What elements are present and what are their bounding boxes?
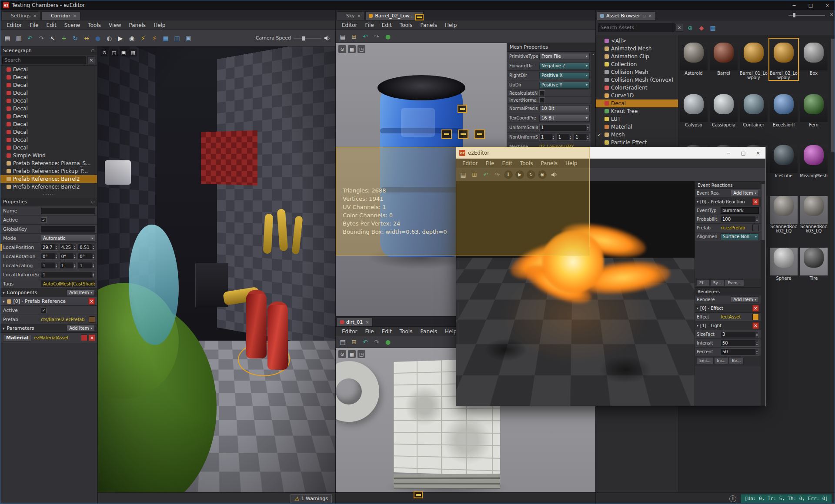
asset-type-filter[interactable]: Curve1D (596, 92, 678, 99)
warnings-badge[interactable]: 1 Warnings (291, 494, 332, 503)
asset-tile[interactable]: Sphere (769, 244, 798, 284)
redo-icon[interactable]: ↷ (371, 31, 382, 42)
panel-splitter-handle[interactable] (0, 192, 97, 198)
nonuniform-x-stepper[interactable]: 1 (539, 134, 555, 141)
save-document-icon[interactable]: ▤ (458, 169, 468, 180)
scenegraph-item[interactable]: Decal (0, 73, 97, 81)
nonuniform-y-stepper[interactable]: 1 (557, 134, 573, 141)
light-renderer-section[interactable]: ▾[1] - Light (695, 322, 761, 330)
scale-y-stepper[interactable]: 1 (60, 262, 77, 269)
asset-tile[interactable]: Calypso (679, 90, 708, 131)
perspective-icon[interactable]: ◳ (110, 49, 118, 56)
reaction-prefab-reference[interactable]: rk.ezPrefab (721, 225, 751, 230)
renderer-tab[interactable]: Be... (729, 357, 744, 364)
asset-tile[interactable]: ScannedRock02_LQ (769, 192, 798, 233)
asset-tile[interactable]: Cassiopeia (709, 90, 738, 131)
export-scene-icon[interactable]: ⚡ (149, 33, 160, 43)
scenegraph-item[interactable]: Decal (0, 128, 97, 136)
effect-tab[interactable]: Sy... (710, 279, 724, 286)
probability-stepper[interactable]: 100 (721, 216, 759, 223)
scale-snap-icon[interactable]: ▣ (183, 33, 194, 43)
asset-type-filter[interactable]: Particle Effect (596, 139, 678, 146)
invert-normals-checkbox[interactable] (539, 97, 545, 103)
import-asset-icon[interactable]: ◆ (696, 23, 707, 33)
percent-stepper[interactable]: 50 (721, 348, 759, 355)
asset-tile[interactable]: Asteroid (679, 39, 708, 80)
active-checkbox[interactable] (41, 217, 47, 223)
view-mode-icon[interactable]: ▦ (708, 23, 718, 33)
transform-asset-icon[interactable]: ● (383, 337, 393, 347)
position-y-stepper[interactable]: 4.25 (60, 244, 77, 251)
menu-item[interactable]: Help (441, 21, 460, 29)
clear-search-icon[interactable] (675, 24, 683, 32)
texcoord-precision-dropdown[interactable]: 16 Bit (539, 115, 590, 122)
position-x-stepper[interactable]: 29.7 (41, 244, 58, 251)
rotate-gizmo-icon[interactable]: ↻ (70, 33, 80, 43)
asset-type-filter[interactable]: Collision Mesh (Convex) (596, 76, 678, 84)
menu-item[interactable]: View (105, 21, 124, 29)
asset-type-filter[interactable]: Animation Clip (596, 53, 678, 60)
menu-item[interactable]: Editor (3, 21, 26, 29)
camera-icon[interactable]: ⊙ (338, 350, 346, 358)
renderer-tab[interactable]: Ini... (714, 357, 728, 364)
remove-parameter-button[interactable] (89, 335, 95, 341)
add-parameter-button[interactable]: Add Item (67, 325, 95, 332)
tab-close-icon[interactable] (365, 320, 369, 325)
renderer-tab[interactable]: Emi... (696, 357, 714, 364)
grid-snap-icon[interactable]: ▦ (160, 33, 171, 43)
scenegraph-item[interactable]: Prefab Reference: Barrel2 (0, 175, 97, 183)
play-button[interactable]: ▶ (515, 170, 524, 179)
asset-type-filter[interactable]: Collision Mesh (596, 68, 678, 76)
asset-tile[interactable]: ScannedRock03_LQ (799, 192, 828, 233)
search-clear-icon[interactable] (87, 56, 95, 64)
material-asset-reference[interactable]: ezMaterialAsset (33, 335, 80, 340)
uniform-scaling-stepper[interactable]: 1 (539, 124, 590, 131)
material-color-swatch[interactable] (81, 335, 87, 341)
menu-item[interactable]: Tools (84, 21, 104, 29)
remove-renderer-button[interactable] (752, 322, 759, 329)
scenegraph-item[interactable]: Prefab Reference: Plasma_S... (0, 159, 97, 167)
dock-panel-icon[interactable] (91, 200, 94, 204)
thumbnail-icon[interactable]: ⚡ (138, 33, 148, 43)
menu-item[interactable]: Tools (517, 159, 537, 167)
scenegraph-item[interactable]: Prefab Reference: Barrel2 (0, 183, 97, 191)
asset-tile[interactable]: MissingMesh (799, 141, 828, 182)
undo-icon[interactable]: ↶ (360, 337, 371, 347)
scenegraph-search-input[interactable] (2, 56, 86, 64)
add-component-button[interactable]: Add Item (67, 289, 95, 296)
scenegraph-item[interactable]: Decal (0, 136, 97, 144)
undo-icon[interactable]: ↶ (360, 31, 371, 42)
menu-item[interactable]: Edit (43, 21, 60, 29)
maximize-viewport-icon[interactable]: ◳ (357, 350, 365, 358)
pause-button[interactable]: Ⅱ (504, 170, 513, 179)
menu-item[interactable]: Editor (459, 159, 481, 167)
prefab-reference-component-header[interactable]: ▾[0] - Prefab Reference (0, 297, 97, 306)
panel-close-icon[interactable] (830, 12, 834, 17)
asset-tile[interactable]: ExcelsiorII (769, 90, 798, 131)
remove-renderer-button[interactable] (752, 305, 759, 312)
scene-viewport[interactable]: ⊙◳▣▦ (98, 46, 335, 492)
prefab-reaction-section[interactable]: ▾[0] - Prefab Reaction (695, 198, 761, 206)
asset-type-filter[interactable]: Animated Mesh (596, 45, 678, 53)
menu-item[interactable]: Edit (378, 328, 395, 335)
maximize-viewport-icon[interactable]: ▣ (120, 49, 127, 56)
recalculate-normals-checkbox[interactable] (539, 90, 545, 96)
grid-toggle-icon[interactable]: ▦ (348, 350, 356, 358)
shading-mode-icon[interactable]: ◐ (104, 33, 114, 43)
remove-reaction-button[interactable] (752, 199, 759, 205)
tab-close-icon[interactable] (357, 13, 361, 18)
dock-panel-icon[interactable] (642, 14, 646, 18)
component-active-checkbox[interactable] (41, 308, 47, 313)
size-factor-stepper[interactable]: 3 (721, 331, 759, 338)
thumbnail-size-slider[interactable] (788, 13, 825, 18)
globalkey-field[interactable] (41, 226, 95, 232)
scenegraph-item[interactable]: Decal (0, 105, 97, 113)
asset-type-filter[interactable]: Mesh (596, 131, 678, 139)
effect-browse-button[interactable] (752, 314, 759, 320)
prefab-asset-reference[interactable]: cts/Barrel2.ezPrefab (41, 317, 87, 322)
menu-item[interactable]: File (482, 159, 498, 167)
redo-icon[interactable]: ↷ (36, 33, 47, 43)
play-scene-icon[interactable]: ▶ (115, 33, 126, 43)
menu-item[interactable]: Tools (396, 328, 416, 335)
open-folder-icon[interactable]: ⊞ (349, 337, 359, 347)
